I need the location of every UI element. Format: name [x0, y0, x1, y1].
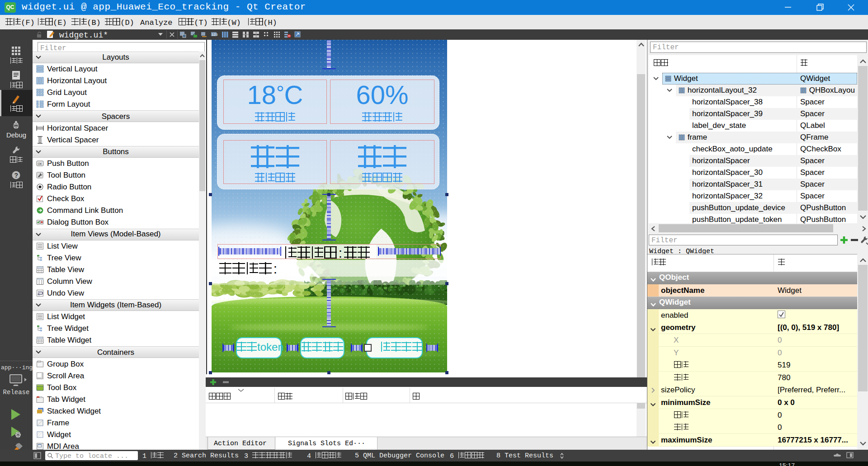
svg-text:?: ?: [14, 172, 19, 179]
svg-text:OK: OK: [38, 162, 42, 165]
svg-text:123: 123: [212, 33, 218, 37]
